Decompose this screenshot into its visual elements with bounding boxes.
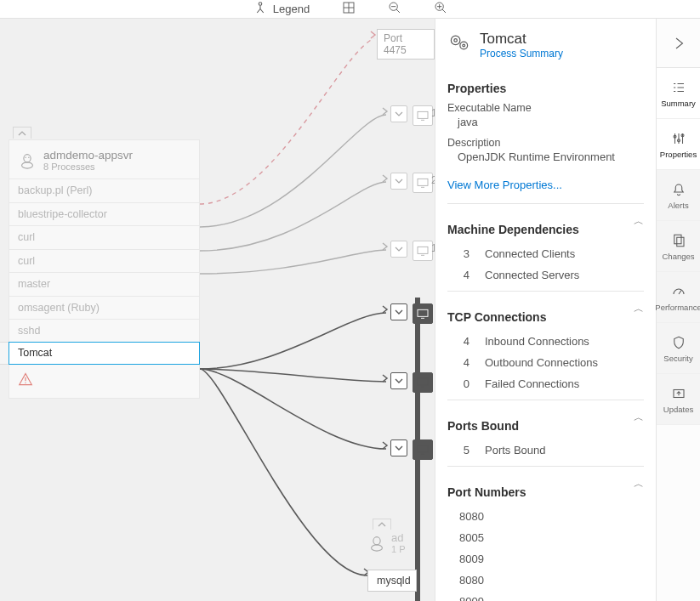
main-area: admdemo-appsvr 8 Processes backup.pl (Pe… [0,19,700,601]
rail-tab-security[interactable]: Security [657,323,700,374]
process-item-selected[interactable]: Tomcat [9,342,200,366]
expand-icon[interactable] [390,372,407,389]
tcp-connections-section[interactable]: ︿ TCP Connections 4Inbound Connections 4… [447,291,644,394]
ports-bound-section[interactable]: ︿ Ports Bound 5Ports Bound [447,400,644,461]
machine-dependencies-section[interactable]: ︿ Machine Dependencies 3Connected Client… [447,203,644,286]
legend-button[interactable]: Legend [253,0,310,18]
expand-icon[interactable] [390,105,407,122]
process-item[interactable]: curl [9,225,199,249]
svg-point-19 [460,42,468,49]
process-item[interactable]: backup.pl (Perl) [9,179,199,202]
port-number: 8080 [447,570,644,591]
rail-label: Changes [662,252,694,261]
stat-count: 4 [459,269,470,281]
section-heading: TCP Connections [447,310,644,324]
chevron-up-icon: ︿ [634,302,644,316]
details-panel: Tomcat Process Summary Properties Execut… [435,19,656,601]
rail-label: Security [663,354,692,363]
server-card-secondary[interactable]: ad 1 P mysqld [367,531,417,592]
stat-count: 3 [459,247,470,260]
map-canvas[interactable]: admdemo-appsvr 8 Processes backup.pl (Pe… [0,19,435,601]
remote-node-label: Port 4475 [377,29,435,60]
port-numbers-section[interactable]: ︿ Port Numbers 8080 8005 8009 8080 8009 [447,466,644,601]
expand-icon[interactable] [390,303,407,320]
remote-node[interactable]: 10 [390,105,433,126]
svg-point-6 [25,156,26,157]
copy-icon [670,232,687,249]
monitor-icon [413,372,433,393]
monitor-icon [413,105,433,126]
svg-point-20 [463,44,465,47]
svg-point-7 [28,156,29,157]
svg-point-18 [454,39,458,43]
process-item[interactable]: bluestripe-collector [9,202,199,226]
remote-node-active[interactable] [390,372,433,393]
process-item[interactable]: omsagent (Ruby) [9,296,199,320]
rail-label: Updates [663,405,693,414]
svg-rect-10 [418,179,428,185]
stat-row: 3Connected Clients [447,243,644,264]
fit-to-screen-button[interactable] [342,1,356,17]
rail-tab-changes[interactable]: Changes [657,221,700,272]
update-icon [670,385,687,402]
section-heading: Ports Bound [447,419,644,433]
port-number: 8009 [447,591,644,601]
warning-icon[interactable] [9,364,199,398]
svg-point-5 [22,162,33,167]
svg-rect-24 [674,235,680,244]
remote-node[interactable]: 23 [390,173,433,193]
stat-row: 0Failed Connections [447,373,644,394]
section-heading: Machine Dependencies [447,223,644,236]
remote-node-active[interactable] [390,303,433,324]
svg-point-4 [24,154,31,162]
stat-row: 4Outbound Connections [447,352,644,373]
svg-point-8 [25,383,26,383]
top-toolbar: Legend [0,0,700,19]
server-title: ad [391,531,406,544]
stat-label: Failed Connections [485,377,579,390]
collapse-panel-button[interactable] [657,19,700,68]
description-label: Description [447,137,644,149]
stat-label: Connected Clients [485,247,575,260]
rail-label: Alerts [668,201,688,210]
port-number: 8009 [447,548,644,570]
svg-point-16 [372,544,383,550]
rail-tab-summary[interactable]: Summary [657,68,700,119]
expand-icon[interactable] [390,173,407,190]
collapse-toggle[interactable] [373,519,391,530]
stat-count: 5 [459,444,470,456]
bell-icon [670,181,687,198]
rail-tab-updates[interactable]: Updates [657,374,700,425]
server-card[interactable]: admdemo-appsvr 8 Processes backup.pl (Pe… [9,139,200,399]
details-body: Properties Executable Name java Descript… [435,68,656,601]
rail-tab-properties[interactable]: Properties [657,119,700,170]
rail-tab-alerts[interactable]: Alerts [657,170,700,221]
remote-node-active[interactable] [390,439,433,460]
view-more-properties-link[interactable]: View More Properties... [447,179,644,191]
expand-icon[interactable] [390,439,407,456]
section-heading: Port Numbers [447,485,644,499]
zoom-in-button[interactable] [434,1,447,17]
process-item[interactable]: curl [9,249,199,273]
linux-icon [18,151,37,170]
svg-point-17 [451,36,460,45]
zoom-in-icon [434,1,447,17]
side-rail: Summary Properties Alerts Changes Perfor… [656,19,700,601]
process-item[interactable]: mysqld [367,570,417,592]
stat-label: Ports Bound [485,444,546,456]
stat-label: Inbound Connections [485,335,589,348]
remote-node[interactable]: 10 [390,241,433,261]
chevron-up-icon: ︿ [634,477,644,491]
stat-label: Connected Servers [485,269,579,281]
process-item[interactable]: sshd [9,319,199,343]
rail-tab-performance[interactable]: Performance [657,272,700,323]
stat-row: 4Inbound Connections [447,331,644,352]
collapse-toggle[interactable] [13,127,31,139]
remote-node[interactable]: Port 4475 [377,29,435,60]
process-item[interactable]: master [9,272,199,296]
zoom-out-button[interactable] [388,1,401,17]
expand-icon[interactable] [390,241,407,258]
remote-node-label: 10 [431,107,435,119]
rail-label: Performance [655,303,700,312]
list-icon [670,79,687,96]
